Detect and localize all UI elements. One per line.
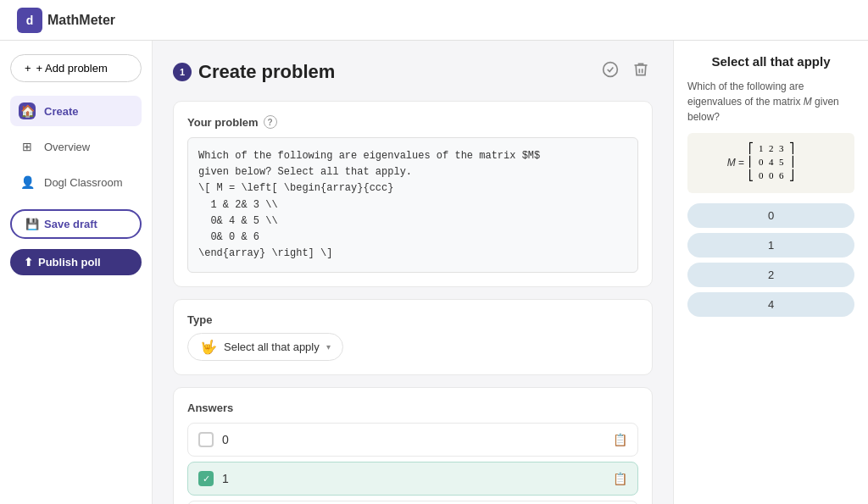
add-problem-button[interactable]: + + Add problem — [10, 54, 142, 82]
problem-text[interactable]: Which of the following are eigenvalues o… — [187, 137, 638, 273]
preview-question: Which of the following are eigenvalues o… — [687, 79, 854, 125]
checkbox-1[interactable]: ✓ — [198, 471, 214, 486]
publish-poll-button[interactable]: ⬆ Publish poll — [10, 249, 142, 275]
svg-text:0: 0 — [759, 170, 764, 180]
svg-text:⎤: ⎤ — [789, 141, 794, 155]
trash-action-button[interactable] — [629, 58, 653, 86]
matrix-equation: M = ⎡ ⎢ ⎣ 1 2 3 0 — [694, 140, 848, 186]
save-draft-button[interactable]: 💾 Save draft — [10, 209, 142, 239]
type-emoji: 🤟 — [200, 339, 217, 355]
topbar: d MathMeter — [0, 0, 868, 41]
chevron-down-icon: ▾ — [326, 342, 331, 352]
svg-text:2: 2 — [769, 143, 774, 153]
svg-text:⎡: ⎡ — [748, 141, 754, 155]
preview-option-0: 0 — [687, 203, 854, 228]
page-header: 1 Create problem — [173, 58, 653, 86]
svg-text:⎣: ⎣ — [748, 169, 754, 181]
answers-card: Answers 0 📋 ✓ 1 📋 2 📋 — [173, 387, 653, 504]
answer-row-1: ✓ 1 📋 — [187, 462, 638, 496]
answer-text-1: 1 — [222, 472, 604, 485]
upload-icon: ⬆ — [24, 256, 33, 269]
main-layout: + + Add problem 🏠 Create ⊞ Overview 👤 Do… — [0, 41, 868, 504]
home-icon: 🏠 — [19, 102, 36, 119]
type-card: Type 🤟 Select all that apply ▾ — [173, 299, 653, 375]
overview-icon: ⊞ — [19, 138, 36, 155]
step-badge: 1 — [173, 63, 192, 81]
logo: d MathMeter — [17, 8, 115, 33]
preview-option-4: 4 — [687, 292, 854, 317]
create-label: Create — [44, 105, 78, 118]
matrix-label: M = — [727, 157, 748, 169]
copy-icon-1[interactable]: 📋 — [613, 472, 627, 485]
sidebar-item-overview[interactable]: ⊞ Overview — [10, 131, 142, 162]
checkbox-0[interactable] — [198, 432, 214, 447]
svg-text:6: 6 — [779, 170, 784, 180]
svg-text:3: 3 — [779, 143, 784, 153]
answer-text-0: 0 — [222, 433, 604, 446]
plus-icon: + — [25, 62, 31, 75]
copy-icon-0[interactable]: 📋 — [613, 433, 627, 446]
sidebar-item-classroom[interactable]: 👤 Dogl Classroom — [10, 167, 142, 197]
content-area: 1 Create problem Your problem ? Whic — [153, 41, 673, 504]
save-draft-label: Save draft — [44, 218, 97, 230]
preview-option-2: 2 — [687, 263, 854, 287]
app-container: d MathMeter + + Add problem 🏠 Create ⊞ O… — [0, 0, 868, 504]
publish-label: Publish poll — [38, 256, 101, 269]
type-label: Type — [187, 313, 638, 326]
answers-label: Answers — [187, 402, 638, 414]
logo-text: MathMeter — [47, 13, 115, 28]
sidebar-item-create[interactable]: 🏠 Create — [10, 96, 142, 126]
svg-text:5: 5 — [779, 157, 784, 167]
type-selector[interactable]: 🤟 Select all that apply ▾ — [187, 333, 343, 361]
header-actions — [598, 58, 653, 86]
preview-option-1: 1 — [687, 233, 854, 258]
sidebar: + + Add problem 🏠 Create ⊞ Overview 👤 Do… — [0, 41, 153, 504]
page-title: Create problem — [198, 61, 335, 83]
classroom-icon: 👤 — [19, 174, 36, 191]
save-icon: 💾 — [25, 218, 39, 230]
classroom-label: Dogl Classroom — [44, 176, 122, 189]
svg-text:⎢: ⎢ — [748, 155, 754, 169]
svg-text:0: 0 — [759, 157, 764, 167]
logo-icon: d — [17, 8, 42, 33]
problem-label-row: Your problem ? — [187, 115, 638, 129]
matrix-brackets: ⎡ ⎢ ⎣ 1 2 3 0 4 5 0 — [747, 157, 815, 169]
problem-card: Your problem ? Which of the following ar… — [173, 101, 653, 287]
overview-label: Overview — [44, 141, 90, 153]
problem-label: Your problem — [187, 116, 259, 129]
svg-text:1: 1 — [759, 143, 764, 153]
answer-row-0: 0 📋 — [187, 423, 638, 457]
svg-text:0: 0 — [769, 170, 774, 180]
preview-matrix: M = ⎡ ⎢ ⎣ 1 2 3 0 — [687, 133, 854, 193]
add-problem-label: + Add problem — [36, 62, 108, 75]
check-action-button[interactable] — [598, 58, 622, 86]
preview-panel: Select all that apply Which of the follo… — [673, 41, 868, 504]
svg-text:⎦: ⎦ — [789, 169, 794, 181]
svg-text:4: 4 — [769, 157, 774, 167]
svg-point-0 — [604, 63, 618, 77]
answer-row-2: 2 📋 — [187, 501, 638, 504]
type-value: Select all that apply — [224, 341, 320, 353]
preview-title: Select all that apply — [687, 54, 854, 69]
svg-text:⎥: ⎥ — [789, 155, 794, 169]
help-icon[interactable]: ? — [264, 115, 277, 129]
